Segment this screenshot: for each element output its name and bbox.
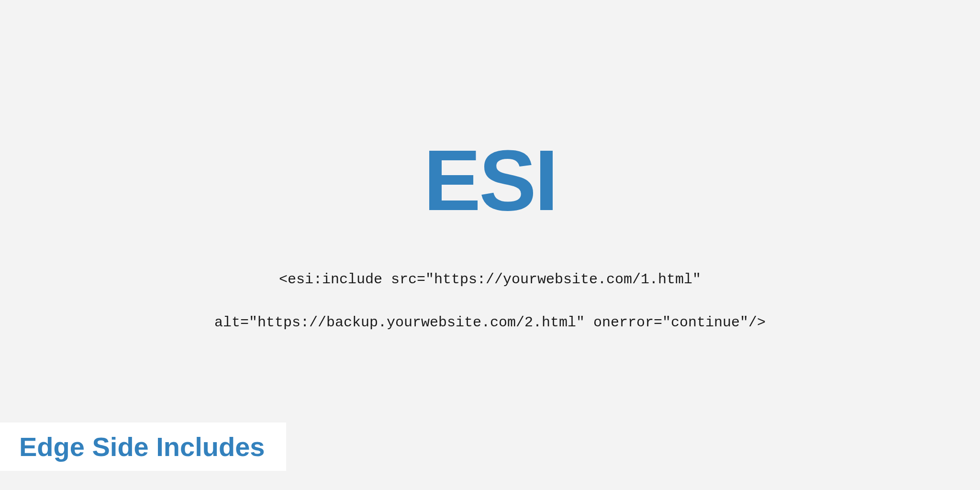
footer-label: Edge Side Includes: [19, 431, 265, 462]
slide-content: ESI <esi:include src="https://yourwebsit…: [0, 137, 980, 334]
code-line-1: <esi:include src="https://yourwebsite.co…: [279, 271, 701, 288]
code-line-2: alt="https://backup.yourwebsite.com/2.ht…: [214, 314, 766, 331]
code-example: <esi:include src="https://yourwebsite.co…: [0, 247, 980, 334]
main-title: ESI: [0, 137, 980, 223]
footer-label-container: Edge Side Includes: [0, 423, 286, 471]
